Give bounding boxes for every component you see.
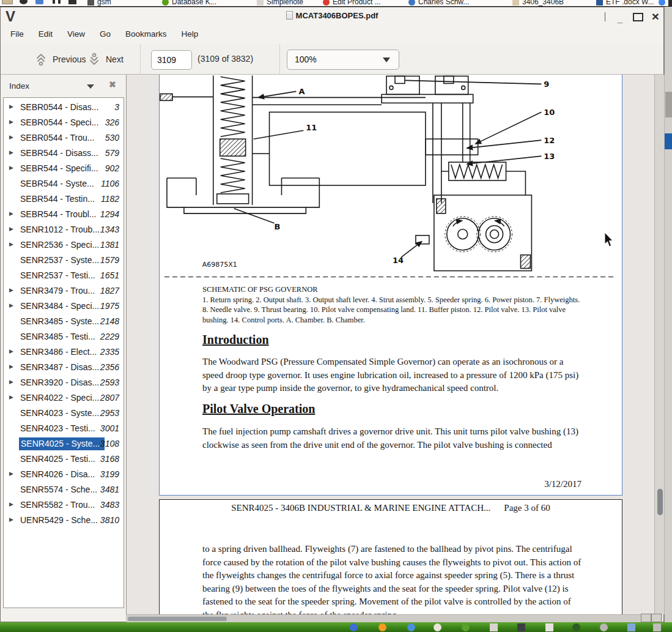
menu-item[interactable]: File xyxy=(3,26,31,43)
expand-arrow-icon[interactable]: ▶ xyxy=(9,348,13,354)
expand-arrow-icon[interactable]: ▶ xyxy=(9,210,13,217)
expand-arrow-icon[interactable]: ▶ xyxy=(9,470,13,477)
index-entry[interactable]: ▶ SENR3920 - Disas... 2593 xyxy=(4,376,124,391)
index-entry[interactable]: ▶ SEBR0544 - Disas... 3 xyxy=(4,100,124,116)
index-entry-label: SEBR0544 - Trou... xyxy=(20,133,94,143)
index-entry[interactable]: ▶ SENR5574 - Sche... 3481 xyxy=(4,483,124,498)
window-title: MCAT3406BOPES.pdf xyxy=(1,11,663,20)
expand-arrow-icon[interactable]: ▶ xyxy=(9,165,13,171)
index-entry[interactable]: ▶ SEBR544 - Disass... 579 xyxy=(4,146,124,162)
taskbar-app-icon[interactable] xyxy=(434,623,441,631)
tray-icon[interactable] xyxy=(20,0,28,4)
chevron-down-icon[interactable] xyxy=(87,84,94,89)
tray-icon[interactable] xyxy=(68,0,76,4)
menu-item[interactable]: Help xyxy=(174,26,206,43)
zoom-select[interactable]: 100% xyxy=(287,50,399,70)
index-entry-page: 2356 xyxy=(100,362,119,372)
expand-arrow-icon[interactable]: ▶ xyxy=(9,394,13,400)
index-entry[interactable]: ▶ SENR3485 - Testi... 2229 xyxy=(4,330,124,345)
expand-arrow-icon[interactable]: ▶ xyxy=(9,302,13,308)
taskbar-app-icon[interactable] xyxy=(600,623,608,631)
expand-arrow-icon[interactable]: ▶ xyxy=(9,516,13,522)
expand-arrow-icon[interactable]: ▶ xyxy=(9,119,13,125)
tray-icon[interactable] xyxy=(35,0,43,4)
index-entry[interactable]: ▶ UENR5429 - Sche... 3810 xyxy=(4,513,124,529)
minimize-button[interactable]: _ xyxy=(614,10,626,23)
callout-10: 10 xyxy=(544,108,555,117)
expand-arrow-icon[interactable]: ▶ xyxy=(9,226,13,232)
taskbar-app-icon[interactable] xyxy=(462,623,470,631)
index-entry[interactable]: ▶ SENR3487 - Disas... 2356 xyxy=(4,360,124,376)
taskbar-app-icon[interactable] xyxy=(572,623,580,631)
scrollbar-corner-box[interactable] xyxy=(651,614,662,622)
index-entry-label: SENR2537 - Testi... xyxy=(20,270,95,280)
taskbar-app-icon[interactable] xyxy=(490,623,498,631)
index-entry[interactable]: ▶ SENR4025 - Testi... 3168 xyxy=(4,452,124,467)
titlebar[interactable]: V MCAT3406BOPES.pdf _ × xyxy=(1,7,663,26)
index-entry[interactable]: ▶ SENR3486 - Elect... 2335 xyxy=(4,345,124,360)
chevron-down-icon xyxy=(383,58,390,62)
index-entry[interactable]: ▶ SENR5582 - Trou... 3483 xyxy=(4,498,124,513)
scrollbar-corner-box[interactable] xyxy=(641,614,651,622)
expand-arrow-icon[interactable]: ▶ xyxy=(9,363,13,370)
index-entry[interactable]: ▶ SENR3484 - Speci... 1975 xyxy=(4,299,124,314)
next-page-button[interactable]: Next xyxy=(88,50,124,69)
menu-item[interactable]: View xyxy=(60,26,92,43)
zoom-value: 100% xyxy=(295,54,317,64)
horizontal-scrollbar-thumb[interactable] xyxy=(128,617,227,621)
index-entry[interactable]: ▶ SEBR544 - Troubl... 1294 xyxy=(4,207,124,223)
tray-icon[interactable] xyxy=(2,0,13,4)
menu-item[interactable]: Edit xyxy=(31,26,60,43)
maximize-button[interactable] xyxy=(633,13,643,21)
index-entry-label: SENR2536 - Speci... xyxy=(20,240,99,250)
paragraph: The fuel injection pump camshaft drives … xyxy=(202,425,580,452)
index-entry[interactable]: ▶ SEBR544 - Syste... 1106 xyxy=(4,177,124,192)
expand-arrow-icon[interactable]: ▶ xyxy=(9,379,13,385)
horizontal-scrollbar[interactable] xyxy=(126,614,662,622)
index-entry[interactable]: ▶ SENR4023 - Testi... 3001 xyxy=(4,422,124,437)
tray-icon[interactable] xyxy=(53,0,62,4)
taskbar-app-icon[interactable] xyxy=(627,623,635,631)
expand-arrow-icon[interactable]: ▶ xyxy=(9,134,13,140)
index-entry[interactable]: ▶ SENR4026 - Disa... 3199 xyxy=(4,467,124,483)
index-entry-label: SEBR544 - Testin... xyxy=(20,194,95,204)
taskbar-app-icon[interactable] xyxy=(407,623,415,631)
index-entry-page: 2148 xyxy=(100,316,119,326)
previous-page-button[interactable]: Previous xyxy=(35,50,86,69)
index-entry[interactable]: ▶ SEBR0544 - Trou... 530 xyxy=(4,131,124,146)
index-entry[interactable]: ▶ SENR4022 - Speci... 2807 xyxy=(4,391,124,406)
index-entry-label: SENR5582 - Trou... xyxy=(20,500,95,510)
index-entry[interactable]: ▶ SENR3485 - Syste... 2148 xyxy=(4,314,124,330)
expand-arrow-icon[interactable]: ▶ xyxy=(9,241,13,247)
sidebar-pane-title[interactable]: Index xyxy=(9,81,29,91)
taskbar-app-icon[interactable] xyxy=(350,623,358,631)
index-entry[interactable]: ▶ SENR2537 - Testi... 1651 xyxy=(4,269,124,284)
index-entry[interactable]: ▶ SENR2537 - Syste... 1579 xyxy=(4,253,124,269)
close-sidebar-icon[interactable]: ✖ xyxy=(109,80,116,89)
document-view[interactable]: 9 10 11 12 13 14 A B A69875X1 SCHEMATIC … xyxy=(126,75,665,614)
index-entry[interactable]: ▶ SEBR544 - Specifi... 902 xyxy=(4,162,124,177)
expand-arrow-icon[interactable]: ▶ xyxy=(9,287,13,293)
close-button[interactable]: × xyxy=(648,10,663,23)
vertical-scrollbar-thumb[interactable] xyxy=(657,489,663,515)
window-list-label: Database K... xyxy=(172,0,216,6)
taskbar-app-icon[interactable] xyxy=(545,623,553,631)
background-window-strip xyxy=(664,7,672,622)
page-number-input[interactable] xyxy=(151,50,192,70)
index-entry[interactable]: ▶ SEBR544 - Testin... 1182 xyxy=(4,192,124,207)
index-entry[interactable]: ▶ SENR3479 - Trou... 1827 xyxy=(4,284,124,299)
menu-item[interactable]: Bookmarks xyxy=(118,26,174,43)
index-entry[interactable]: ▶ SENR1012 - Troub... 1343 xyxy=(4,223,124,238)
expand-arrow-icon[interactable]: ▶ xyxy=(9,149,13,155)
taskbar-app-icon[interactable] xyxy=(378,623,386,631)
menu-item[interactable]: Go xyxy=(92,26,118,43)
expand-arrow-icon[interactable]: ▶ xyxy=(9,501,13,507)
index-entry[interactable]: ▶ SEBR0544 - Speci... 326 xyxy=(4,116,124,131)
index-entry[interactable]: ▶ SENR4023 - Syste... 2953 xyxy=(4,406,124,422)
expand-arrow-icon[interactable]: ▶ xyxy=(9,103,13,110)
taskbar-app-icon[interactable] xyxy=(517,623,525,631)
index-entry[interactable]: ▶ SENR4025 - Syste... 3108 xyxy=(4,437,124,452)
vertical-scrollbar[interactable] xyxy=(654,75,665,614)
index-entry[interactable]: ▶ SENR2536 - Speci... 1381 xyxy=(4,238,124,253)
taskbar-app-icon[interactable] xyxy=(653,623,661,631)
